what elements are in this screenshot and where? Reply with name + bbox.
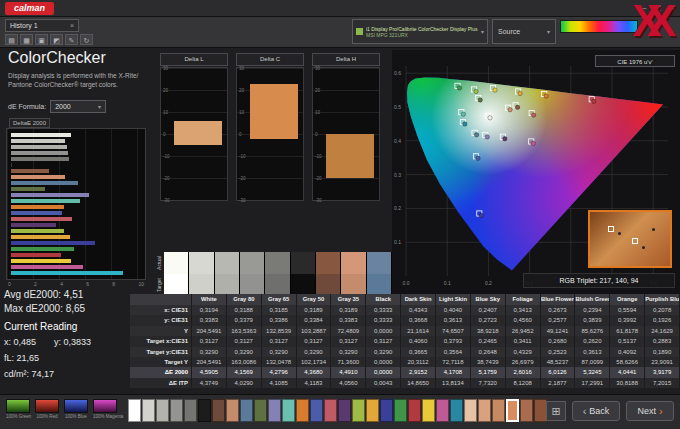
split-view-icon[interactable]: ◩	[50, 34, 63, 45]
color-patch[interactable]	[184, 399, 197, 422]
color-patch[interactable]	[464, 399, 477, 422]
color-patch[interactable]	[380, 399, 393, 422]
color-patch[interactable]	[240, 399, 253, 422]
color-patch[interactable]	[436, 399, 449, 422]
table-cell: 85,6276	[575, 326, 610, 336]
history-tab[interactable]: History 1 ×	[5, 19, 79, 32]
chart-icon[interactable]: ▣	[35, 34, 48, 45]
color-patch[interactable]	[142, 399, 155, 422]
delta-chart-plot: 3020100-10-20-30	[312, 67, 380, 201]
table-cell: 4,4910	[331, 367, 366, 377]
next-button[interactable]: Next ›	[626, 401, 674, 421]
color-patch[interactable]	[212, 399, 225, 422]
de-formula-select[interactable]: 2000 ▾	[50, 100, 106, 113]
de-bar	[11, 217, 72, 221]
de-chart-title: DeltaE 2000	[9, 118, 50, 128]
chevron-down-icon: ▾	[481, 28, 484, 35]
color-patch[interactable]	[366, 399, 379, 422]
color-patch[interactable]	[352, 399, 365, 422]
color-patch[interactable]	[296, 399, 309, 422]
color-patch[interactable]	[198, 399, 211, 422]
delta-chart-title: Delta C	[236, 53, 304, 66]
back-button[interactable]: ‹ Back	[572, 401, 620, 421]
color-patch[interactable]	[450, 399, 463, 422]
table-cell: 0,3333	[366, 305, 401, 315]
color-patch[interactable]	[226, 399, 239, 422]
colorchecker-patch-strip	[128, 399, 547, 422]
table-cell: 0,3127	[297, 336, 332, 346]
saturation-chip[interactable]: 100% Red	[35, 399, 59, 419]
table-cell: 0,3564	[436, 347, 471, 357]
color-patch[interactable]	[128, 399, 141, 422]
color-patch[interactable]	[310, 399, 323, 422]
table-cell: 4,5905	[192, 367, 227, 377]
table-cell: 102,1734	[297, 357, 332, 367]
color-patch[interactable]	[254, 399, 267, 422]
column-header: Light Skin	[436, 294, 471, 305]
layout-icon[interactable]: ▤	[5, 34, 18, 45]
table-cell: 0,1926	[645, 315, 680, 325]
target-row-label: Target	[156, 278, 162, 292]
color-patch[interactable]	[156, 399, 169, 422]
column-header: Purplish Blue	[645, 294, 680, 305]
source-selector[interactable]: Source ▾	[492, 19, 556, 44]
color-patch[interactable]	[282, 399, 295, 422]
color-patch[interactable]	[268, 399, 281, 422]
display-name: MSI MPG 321URX	[366, 32, 478, 38]
table-cell: 204,5491	[192, 326, 227, 336]
table-cell: 87,0099	[575, 357, 610, 367]
color-patch[interactable]	[478, 399, 491, 422]
table-cell: 0,3290	[366, 347, 401, 357]
page-title: ColorChecker	[8, 49, 106, 67]
de-bar	[11, 151, 68, 155]
table-cell: 4,0290	[227, 378, 262, 388]
de-bar	[11, 199, 80, 203]
swatch-target	[164, 274, 189, 296]
de-bar	[11, 181, 78, 185]
table-cell: 0,3189	[331, 305, 366, 315]
grid-view-button[interactable]: ⊞	[546, 401, 566, 421]
color-patch[interactable]	[422, 399, 435, 422]
title-bar: calman – □ ×	[0, 0, 680, 17]
de-bar	[11, 271, 123, 275]
table-cell: 72,4809	[331, 326, 366, 336]
tab-close-icon[interactable]: ×	[70, 22, 74, 29]
meter-selector[interactable]: i1 Display Pro/Calibrite ColorChecker Di…	[352, 19, 488, 44]
table-cell: 0,3613	[436, 315, 471, 325]
saturation-chip[interactable]: 100% Blue	[64, 399, 88, 419]
color-patch[interactable]	[338, 399, 351, 422]
color-patch[interactable]	[408, 399, 421, 422]
de-bar	[11, 247, 74, 251]
table-cell: 14,8650	[401, 378, 436, 388]
de-bar	[11, 265, 83, 269]
table-cell: 13,8134	[436, 378, 471, 388]
edit-icon[interactable]: ✎	[65, 34, 78, 45]
table-cell: 0,3413	[506, 305, 541, 315]
table-cell: 163,0086	[227, 357, 262, 367]
max-de2000: Max dE2000: 8,65	[4, 303, 85, 314]
table-cell: 23,9091	[645, 357, 680, 367]
refresh-icon[interactable]: ↻	[80, 34, 93, 45]
table-cell: 0,5137	[610, 336, 645, 346]
table-cell: 0,3383	[192, 315, 227, 325]
table-cell: 0,4092	[610, 347, 645, 357]
color-patch[interactable]	[520, 399, 533, 422]
table-cell: 0,3188	[227, 305, 262, 315]
saturation-chip[interactable]: 100% Green	[6, 399, 30, 419]
swatch-actual	[265, 252, 290, 274]
table-cell: 103,2887	[297, 326, 332, 336]
grid-icon[interactable]: ▦	[20, 34, 33, 45]
color-patch[interactable]	[492, 399, 505, 422]
color-patch[interactable]	[324, 399, 337, 422]
color-patch[interactable]	[170, 399, 183, 422]
chevron-down-icon: ▾	[98, 103, 101, 110]
selected-color-patch[interactable]	[506, 399, 519, 422]
color-patch[interactable]	[394, 399, 407, 422]
table-cell: 24,1629	[645, 326, 680, 336]
cie-chart-title: CIE 1976 u'v'	[595, 55, 675, 67]
table-cell: 74,6507	[436, 326, 471, 336]
de-bar	[11, 145, 67, 149]
table-cell: 0,3668	[401, 315, 436, 325]
saturation-chip[interactable]: 100% Magenta	[93, 399, 117, 419]
table-cell: 0,2078	[645, 305, 680, 315]
